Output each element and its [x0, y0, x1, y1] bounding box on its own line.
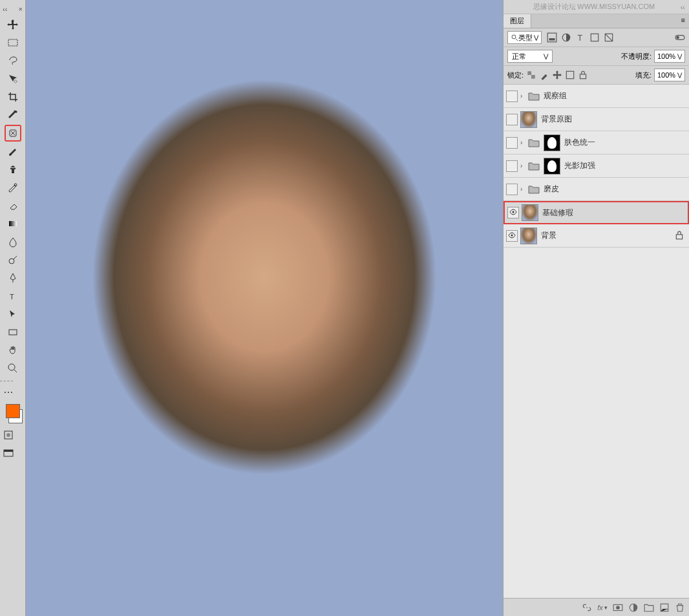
layer-mask-icon[interactable] — [613, 602, 623, 613]
layer-row[interactable]: 基础修瑕 — [504, 201, 689, 224]
lock-transparency-icon[interactable] — [526, 70, 536, 80]
lasso-tool[interactable] — [5, 52, 21, 69]
svg-rect-0 — [8, 39, 17, 46]
zoom-tool[interactable] — [5, 360, 21, 377]
collapse-panel-icon[interactable]: ‹‹ — [681, 3, 685, 11]
blend-mode-select[interactable]: 正常 ⋁ — [507, 50, 553, 63]
lock-pixels-icon[interactable] — [539, 70, 549, 80]
layer-name[interactable]: 背景 — [541, 230, 675, 241]
opacity-label: 不透明度: — [621, 52, 652, 61]
canvas-image[interactable] — [26, 0, 503, 616]
layer-thumbnail[interactable] — [522, 204, 538, 221]
dodge-tool[interactable] — [5, 251, 21, 268]
svg-rect-18 — [549, 38, 555, 40]
visibility-toggle[interactable] — [506, 90, 518, 102]
adjustment-layer-icon[interactable] — [628, 602, 639, 613]
filter-pixel-icon[interactable] — [547, 32, 557, 43]
eye-icon — [507, 231, 516, 241]
new-group-icon[interactable] — [644, 602, 654, 613]
svg-rect-4 — [9, 221, 17, 226]
layer-name[interactable]: 背景原图 — [541, 114, 686, 125]
filter-toggle-icon[interactable] — [675, 32, 685, 43]
collapse-icon[interactable]: ‹‹ — [3, 5, 7, 13]
chevron-down-icon: ⋁ — [677, 72, 682, 78]
layer-row[interactable]: 背景原图 — [504, 108, 689, 131]
quick-mask-tool[interactable] — [0, 427, 17, 443]
layer-name[interactable]: 磨皮 — [544, 184, 686, 195]
search-icon — [511, 34, 518, 41]
type-tool[interactable]: T — [5, 288, 21, 304]
disclosure-icon[interactable]: › — [520, 162, 527, 169]
link-layers-icon[interactable] — [582, 602, 592, 613]
svg-point-5 — [9, 259, 14, 264]
tab-layers[interactable]: 图层 — [504, 14, 531, 28]
spot-healing-tool[interactable] — [5, 125, 21, 142]
layer-fx-icon[interactable]: fx▾ — [597, 602, 608, 613]
foreground-color[interactable] — [6, 404, 20, 418]
close-icon[interactable]: × — [19, 5, 23, 13]
visibility-toggle[interactable] — [506, 230, 518, 242]
visibility-toggle[interactable] — [506, 137, 518, 149]
visibility-toggle[interactable] — [506, 184, 518, 195]
opacity-input[interactable]: 100% ⋁ — [654, 50, 685, 63]
filter-adjustment-icon[interactable] — [561, 32, 571, 43]
rectangular-marquee-tool[interactable] — [5, 34, 21, 51]
clone-stamp-tool[interactable] — [5, 161, 21, 178]
svg-point-29 — [513, 211, 514, 213]
edit-toolbar-icon[interactable] — [0, 384, 17, 401]
filter-type-icon[interactable]: T — [575, 32, 586, 43]
lock-all-icon[interactable] — [578, 70, 588, 80]
eye-icon — [509, 207, 518, 218]
visibility-toggle[interactable] — [506, 114, 518, 125]
crop-tool[interactable] — [5, 89, 21, 105]
eraser-tool[interactable] — [5, 197, 21, 214]
lock-position-icon[interactable] — [552, 70, 562, 80]
svg-rect-17 — [547, 33, 556, 42]
hand-tool[interactable] — [5, 342, 21, 359]
quick-selection-tool[interactable] — [5, 70, 21, 87]
layer-thumbnail[interactable] — [520, 228, 537, 244]
disclosure-icon[interactable]: › — [520, 92, 527, 100]
screen-mode-tool[interactable] — [0, 445, 17, 462]
layer-row[interactable]: › 肤色统一 — [504, 131, 689, 154]
layer-row[interactable]: 背景 — [504, 224, 689, 248]
rectangle-tool[interactable] — [5, 324, 21, 341]
layer-row[interactable]: › 光影加强 — [504, 154, 689, 178]
color-swatches[interactable] — [0, 401, 25, 426]
layer-mask-thumbnail[interactable] — [544, 134, 560, 151]
layer-name[interactable]: 光影加强 — [564, 160, 686, 171]
layer-row[interactable]: › 观察组 — [504, 85, 689, 108]
lock-icon — [675, 231, 684, 241]
brush-tool[interactable] — [5, 143, 21, 160]
layer-name[interactable]: 观察组 — [544, 90, 686, 101]
eyedropper-tool[interactable] — [5, 107, 21, 123]
disclosure-icon[interactable]: › — [520, 139, 527, 146]
panel-tabs: 图层 ≡ — [504, 14, 689, 28]
folder-icon — [528, 162, 540, 171]
move-tool[interactable] — [5, 16, 21, 33]
visibility-toggle[interactable] — [506, 160, 518, 172]
fill-input[interactable]: 100% ⋁ — [654, 69, 685, 81]
path-selection-tool[interactable] — [5, 306, 21, 323]
pen-tool[interactable] — [5, 270, 21, 286]
layer-name[interactable]: 基础修瑕 — [542, 207, 685, 218]
layer-thumbnail[interactable] — [520, 111, 537, 128]
layer-mask-thumbnail[interactable] — [544, 158, 560, 175]
visibility-toggle[interactable] — [507, 207, 519, 218]
delete-layer-icon[interactable] — [675, 602, 685, 613]
lock-artboard-icon[interactable] — [565, 70, 575, 80]
chevron-down-icon: ⋁ — [677, 53, 682, 59]
disclosure-icon[interactable]: › — [520, 186, 527, 193]
blur-tool[interactable] — [5, 233, 21, 250]
filter-shape-icon[interactable] — [589, 32, 600, 43]
history-brush-tool[interactable] — [5, 179, 21, 196]
layer-row[interactable]: › 磨皮 — [504, 178, 689, 201]
canvas-area[interactable] — [26, 0, 503, 616]
gradient-tool[interactable] — [5, 215, 21, 232]
new-layer-icon[interactable] — [659, 602, 670, 613]
filter-type-select[interactable]: 类型 ⋁ — [507, 31, 542, 44]
tool-divider — [0, 381, 13, 381]
panel-menu-icon[interactable]: ≡ — [677, 14, 689, 28]
layer-name[interactable]: 肤色统一 — [564, 137, 686, 148]
filter-smartobject-icon[interactable] — [604, 32, 614, 43]
